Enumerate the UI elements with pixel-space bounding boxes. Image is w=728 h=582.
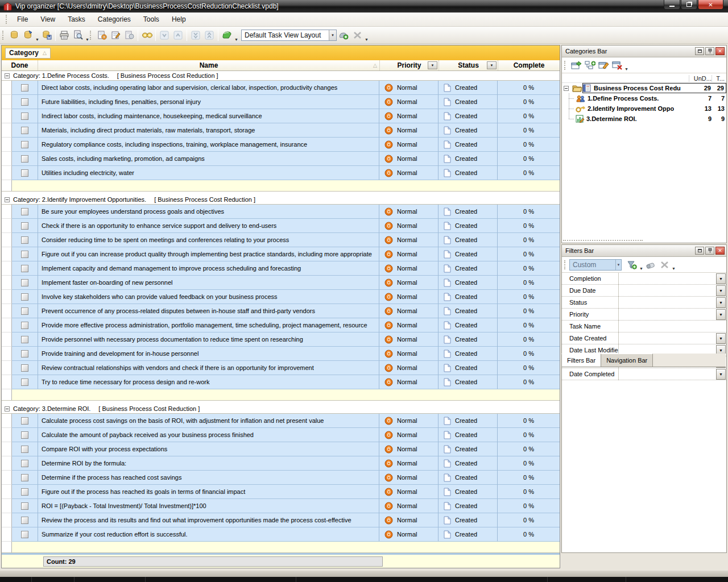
- column-undone[interactable]: UnD...: [689, 75, 712, 82]
- done-checkbox[interactable]: [21, 474, 28, 481]
- status-cell[interactable]: Created: [439, 219, 498, 233]
- done-checkbox[interactable]: [21, 169, 28, 177]
- new-category-button[interactable]: [569, 59, 583, 72]
- delete-layout-button[interactable]: [350, 28, 364, 42]
- task-row[interactable]: ROI = [(Payback - Total Investment)/ Tot…: [2, 499, 560, 513]
- priority-cell[interactable]: Normal: [379, 442, 439, 456]
- status-cell[interactable]: Created: [439, 247, 498, 261]
- status-cell[interactable]: Created: [439, 485, 498, 499]
- panel-pin-icon[interactable]: [705, 247, 714, 255]
- task-row[interactable]: Provide more effective process administr…: [2, 318, 560, 332]
- panel-close-icon[interactable]: ✕: [715, 247, 725, 255]
- restore-button[interactable]: [681, 0, 697, 10]
- done-cell[interactable]: [12, 428, 38, 442]
- status-cell[interactable]: Created: [439, 375, 498, 389]
- complete-cell[interactable]: 0 %: [498, 414, 560, 428]
- priority-cell[interactable]: Normal: [379, 318, 439, 332]
- complete-cell[interactable]: 0 %: [498, 233, 560, 247]
- print-preview-button[interactable]: [71, 28, 85, 42]
- priority-cell[interactable]: Normal: [379, 361, 439, 375]
- complete-cell[interactable]: 0 %: [498, 152, 560, 166]
- complete-cell[interactable]: 0 %: [498, 290, 560, 304]
- done-checkbox[interactable]: [21, 502, 28, 510]
- priority-cell[interactable]: Normal: [379, 276, 439, 290]
- task-name-cell[interactable]: Review the process and its results and f…: [38, 513, 379, 527]
- task-name-cell[interactable]: Try to reduce time necessary for process…: [38, 375, 379, 389]
- priority-cell[interactable]: Normal: [379, 205, 439, 219]
- save-layout-button[interactable]: [337, 28, 350, 42]
- menu-view[interactable]: View: [34, 14, 61, 25]
- panel-restore-icon[interactable]: [695, 247, 704, 255]
- done-checkbox[interactable]: [21, 236, 28, 244]
- done-checkbox[interactable]: [21, 322, 28, 329]
- priority-cell[interactable]: Normal: [379, 290, 439, 304]
- category-tree-item[interactable]: 1.Define Process Costs.77: [562, 93, 726, 103]
- done-cell[interactable]: [12, 499, 38, 513]
- task-row[interactable]: Sales costs, including marketing, promot…: [2, 152, 560, 166]
- new-subcategory-button[interactable]: [583, 59, 597, 72]
- complete-cell[interactable]: 0 %: [498, 485, 560, 499]
- task-name-cell[interactable]: Implement faster on-boarding of new pers…: [38, 276, 379, 290]
- done-cell[interactable]: [12, 205, 38, 219]
- done-checkbox[interactable]: [21, 251, 28, 258]
- status-cell[interactable]: Created: [439, 276, 498, 290]
- priority-cell[interactable]: Normal: [379, 95, 439, 109]
- done-cell[interactable]: [12, 318, 38, 332]
- close-button[interactable]: ✕: [698, 0, 723, 10]
- task-name-cell[interactable]: Figure out if the process has reached it…: [38, 485, 379, 499]
- filter-preset-combobox[interactable]: Custom▼: [569, 259, 622, 271]
- menu-help[interactable]: Help: [166, 14, 192, 25]
- task-name-cell[interactable]: Future liabilities, including fines, pen…: [38, 95, 379, 109]
- priority-cell[interactable]: Normal: [379, 138, 439, 152]
- priority-cell[interactable]: Normal: [379, 485, 439, 499]
- done-checkbox[interactable]: [21, 98, 28, 106]
- task-row[interactable]: Future liabilities, including fines, pen…: [2, 95, 560, 109]
- status-cell[interactable]: Created: [439, 304, 498, 318]
- task-row[interactable]: Try to reduce time necessary for process…: [2, 375, 560, 389]
- task-row[interactable]: Figure out if you can increase product q…: [2, 247, 560, 261]
- menu-tasks[interactable]: Tasks: [61, 14, 92, 25]
- delete-filter-button[interactable]: [657, 258, 671, 272]
- complete-cell[interactable]: 0 %: [498, 318, 560, 332]
- done-cell[interactable]: [12, 332, 38, 347]
- priority-cell[interactable]: Normal: [379, 233, 439, 247]
- column-header-name[interactable]: Name △: [38, 60, 380, 70]
- tab-filters-bar[interactable]: Filters Bar: [561, 354, 601, 367]
- done-checkbox[interactable]: [21, 113, 28, 120]
- filter-button[interactable]: [220, 28, 234, 42]
- task-row[interactable]: Check if there is an opportunity to enha…: [2, 219, 560, 233]
- done-checkbox[interactable]: [21, 460, 28, 467]
- done-cell[interactable]: [12, 414, 38, 428]
- priority-cell[interactable]: Normal: [379, 81, 439, 95]
- task-name-cell[interactable]: Implement capacity and demand management…: [38, 261, 379, 276]
- apply-filter-button[interactable]: [625, 258, 639, 272]
- done-cell[interactable]: [12, 276, 38, 290]
- status-cell[interactable]: Created: [439, 332, 498, 347]
- move-up-button[interactable]: [171, 28, 185, 42]
- done-checkbox[interactable]: [21, 265, 28, 272]
- task-row[interactable]: Indirect labor costs, including maintena…: [2, 109, 560, 123]
- status-cell[interactable]: Created: [439, 109, 498, 123]
- delete-category-button[interactable]: [610, 59, 624, 72]
- task-name-cell[interactable]: Compare ROI with your process expectatio…: [38, 442, 379, 456]
- done-checkbox[interactable]: [21, 431, 28, 439]
- priority-cell[interactable]: Normal: [379, 513, 439, 527]
- complete-cell[interactable]: 0 %: [498, 304, 560, 318]
- status-cell[interactable]: Created: [439, 205, 498, 219]
- priority-filter-dropdown[interactable]: ▼: [428, 61, 437, 69]
- priority-cell[interactable]: Normal: [379, 166, 439, 180]
- complete-cell[interactable]: 0 %: [498, 471, 560, 485]
- complete-cell[interactable]: 0 %: [498, 375, 560, 389]
- task-name-cell[interactable]: Materials, including direct product mate…: [38, 123, 379, 138]
- priority-cell[interactable]: Normal: [379, 499, 439, 513]
- category-group-row[interactable]: Category: 3.Determine ROI.[ Business Pro…: [2, 404, 560, 414]
- done-cell[interactable]: [12, 123, 38, 138]
- complete-cell[interactable]: 0 %: [498, 95, 560, 109]
- status-cell[interactable]: Created: [439, 428, 498, 442]
- category-group-row[interactable]: Category: 2.Identify Improvement Opportu…: [2, 195, 560, 205]
- complete-cell[interactable]: 0 %: [498, 261, 560, 276]
- move-bottom-button[interactable]: [189, 28, 202, 42]
- menu-file[interactable]: File: [11, 14, 34, 25]
- priority-cell[interactable]: Normal: [379, 261, 439, 276]
- task-row[interactable]: Determine if the process has reached cos…: [2, 471, 560, 485]
